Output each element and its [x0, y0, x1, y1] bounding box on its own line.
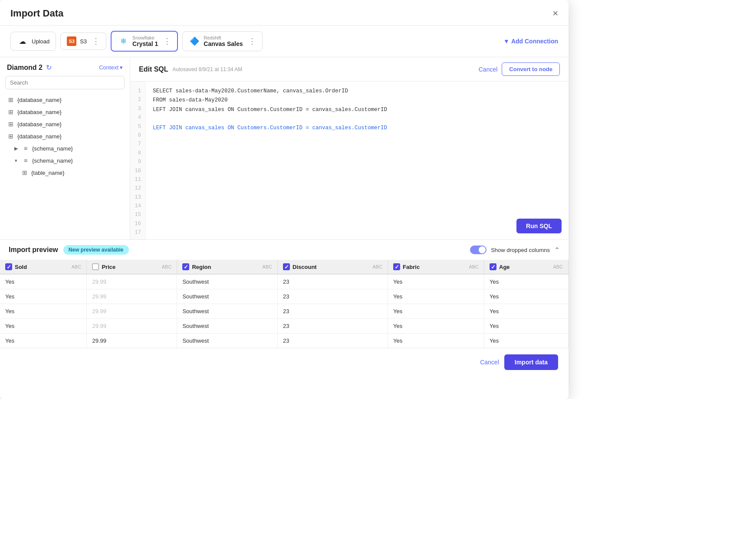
discount-cell: 23	[278, 304, 388, 319]
sold-cell: Yes	[0, 274, 87, 289]
line-numbers: 1234567891011121314151617	[130, 82, 146, 239]
region-cell: Southwest	[177, 304, 278, 319]
database-icon: ⊞	[7, 96, 15, 104]
toggle-knob	[479, 246, 486, 253]
region-cell: Southwest	[177, 319, 278, 334]
connection-bar: ☁ Upload S3 S3 ⋮ ❄ Snowflake Crystal 1 ⋮…	[0, 26, 569, 57]
redshift-type: Redshift	[204, 35, 243, 40]
code-editor[interactable]: SELECT sales-data-May2020.CustomerName, …	[146, 82, 569, 239]
editor-title: Edit SQL	[139, 65, 168, 73]
table-row: Yes 29.99 Southwest 23 Yes Yes	[0, 274, 569, 289]
col-header-sold: ✓ Sold ABC	[0, 260, 87, 274]
col-header-region: ✓ Region ABC	[177, 260, 278, 274]
discount-cell: 23	[278, 334, 388, 348]
table-header-row: ✓ Sold ABC Price ABC	[0, 260, 569, 274]
table-row: Yes 29.99 Southwest 23 Yes Yes	[0, 289, 569, 304]
search-input[interactable]	[5, 76, 125, 89]
table-item[interactable]: ⊞ {table_name}	[3, 167, 126, 179]
context-button[interactable]: Context ▾	[99, 64, 123, 71]
age-cell: Yes	[484, 319, 569, 334]
discount-cell: 23	[278, 289, 388, 304]
preview-title: Import preview	[9, 246, 58, 254]
close-button[interactable]: ×	[552, 8, 558, 19]
region-cell: Southwest	[177, 334, 278, 348]
fabric-checkbox[interactable]: ✓	[393, 263, 400, 270]
snowflake-tab[interactable]: ❄ Snowflake Crystal 1 ⋮	[111, 31, 178, 52]
modal-header: Import Data ×	[0, 0, 569, 26]
sold-cell: Yes	[0, 319, 87, 334]
list-item[interactable]: ⊞ {database_name}	[3, 94, 126, 106]
add-connection-label: Add Connection	[511, 38, 558, 45]
modal-body: Diamond 2 ↻ Context ▾ ⊞ {database_name} …	[0, 57, 569, 239]
show-dropped-toggle[interactable]	[470, 246, 486, 254]
database-icon: ⊞	[7, 132, 15, 140]
tree-list: ⊞ {database_name} ⊞ {database_name} ⊞ {d…	[0, 94, 130, 233]
redshift-name: Canvas Sales	[204, 40, 243, 47]
col-header-fabric: ✓ Fabric ABC	[388, 260, 484, 274]
s3-tab[interactable]: S3 S3 ⋮	[60, 33, 106, 50]
editor-cancel-button[interactable]: Cancel	[479, 66, 498, 73]
database-icon: ⊞	[7, 108, 15, 116]
snowflake-icon: ❄	[118, 36, 129, 47]
list-item[interactable]: ⊞ {database_name}	[3, 106, 126, 118]
convert-to-node-button[interactable]: Convert to node	[502, 62, 560, 76]
s3-label: S3	[80, 38, 87, 45]
s3-more-icon[interactable]: ⋮	[92, 36, 100, 46]
schema-icon: ≡	[22, 157, 30, 164]
price-cell: 29.99	[87, 274, 177, 289]
preview-badge: New preview available	[63, 245, 129, 255]
age-cell: Yes	[484, 274, 569, 289]
refresh-icon[interactable]: ↻	[46, 63, 52, 72]
chevron-right-icon: ▶	[13, 146, 19, 151]
table-icon: ⊞	[21, 169, 29, 177]
list-item[interactable]: ⊞ {database_name}	[3, 130, 126, 142]
age-checkbox[interactable]: ✓	[490, 263, 496, 270]
sold-checkbox[interactable]: ✓	[5, 263, 12, 270]
price-checkbox[interactable]	[92, 263, 99, 270]
price-cell: 29.99	[87, 319, 177, 334]
preview-header: Import preview New preview available Sho…	[0, 240, 569, 260]
discount-cell: 23	[278, 274, 388, 289]
sidebar-header: Diamond 2 ↻ Context ▾	[0, 63, 130, 76]
redshift-tab[interactable]: 🔷 Redshift Canvas Sales ⋮	[182, 31, 262, 51]
editor-header: Edit SQL Autosaved 8/9/21 at 11:34 AM Ca…	[130, 57, 569, 82]
code-line-1: SELECT sales-data-May2020.CustomerName, …	[153, 88, 387, 113]
region-checkbox[interactable]: ✓	[182, 263, 189, 270]
sidebar-title: Diamond 2	[7, 64, 43, 72]
import-data-button[interactable]: Import data	[504, 354, 558, 370]
sql-editor: Edit SQL Autosaved 8/9/21 at 11:34 AM Ca…	[130, 57, 569, 239]
upload-tab[interactable]: ☁ Upload	[10, 32, 56, 51]
run-sql-button[interactable]: Run SQL	[516, 219, 562, 233]
sold-cell: Yes	[0, 289, 87, 304]
show-dropped-label: Show dropped columns	[491, 247, 550, 253]
redshift-more-icon[interactable]: ⋮	[248, 36, 256, 46]
discount-checkbox[interactable]: ✓	[283, 263, 290, 270]
preview-section: Import preview New preview available Sho…	[0, 239, 569, 348]
fabric-cell: Yes	[388, 319, 484, 334]
collapse-icon[interactable]: ⌃	[554, 246, 560, 254]
snowflake-type: Snowflake	[132, 35, 158, 40]
fabric-cell: Yes	[388, 274, 484, 289]
price-cell: 29.99	[87, 334, 177, 348]
editor-actions: Cancel Convert to node	[479, 62, 560, 76]
redshift-icon: 🔷	[189, 36, 200, 47]
add-connection-button[interactable]: ▼ Add Connection	[503, 38, 558, 45]
upload-icon: ☁	[17, 36, 28, 47]
footer-cancel-button[interactable]: Cancel	[480, 359, 499, 366]
discount-cell: 23	[278, 319, 388, 334]
col-header-discount: ✓ Discount ABC	[278, 260, 388, 274]
autosaved-label: Autosaved 8/9/21 at 11:34 AM	[173, 66, 243, 72]
snowflake-more-icon[interactable]: ⋮	[163, 36, 171, 46]
schema-item-collapsed[interactable]: ▶ ≡ {schema_name}	[3, 142, 126, 154]
snowflake-name: Crystal 1	[132, 40, 158, 47]
age-cell: Yes	[484, 334, 569, 348]
list-item[interactable]: ⊞ {database_name}	[3, 118, 126, 130]
chevron-down-icon: ▾	[13, 158, 19, 164]
table-row: Yes 29.99 Southwest 23 Yes Yes	[0, 304, 569, 319]
schema-item-expanded[interactable]: ▾ ≡ {schema_name}	[3, 154, 126, 167]
table-row: Yes 29.99 Southwest 23 Yes Yes	[0, 319, 569, 334]
age-cell: Yes	[484, 289, 569, 304]
table-row: Yes 29.99 Southwest 23 Yes Yes	[0, 334, 569, 348]
col-header-age: ✓ Age ABC	[484, 260, 569, 274]
price-cell: 29.99	[87, 304, 177, 319]
